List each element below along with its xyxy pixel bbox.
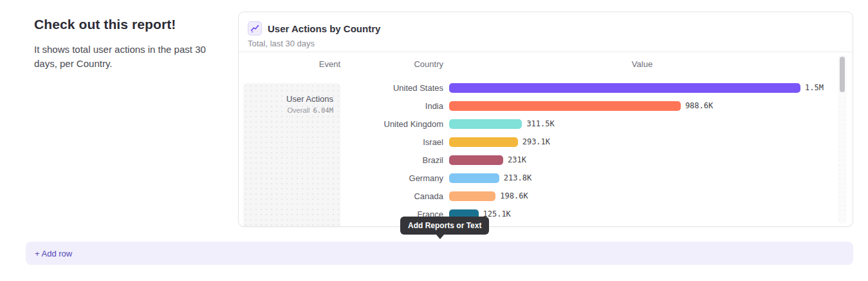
add-reports-tooltip: Add Reports or Text <box>400 217 489 235</box>
chart-row: France125.1K <box>239 205 838 223</box>
table-column-headers: Event Country Value <box>239 52 853 77</box>
report-card-body: Event Country Value User Actions Overall… <box>239 52 853 226</box>
add-row-label: + Add row <box>35 249 72 258</box>
chart-row: Germany213.8K <box>239 169 838 187</box>
report-card-header: User Actions by Country Total, last 30 d… <box>239 12 853 52</box>
page-heading: Check out this report! <box>34 17 227 32</box>
chart-rows: United States1.5MIndia988.6KUnited Kingd… <box>239 79 838 223</box>
value-label: 988.6K <box>685 101 713 110</box>
report-card[interactable]: User Actions by Country Total, last 30 d… <box>238 12 853 227</box>
tooltip-text: Add Reports or Text <box>408 221 481 230</box>
value-label: 198.6K <box>500 191 528 200</box>
vertical-scrollbar[interactable] <box>838 55 847 224</box>
report-subtitle: Total, last 30 days <box>248 39 844 48</box>
country-label: Germany <box>239 173 443 183</box>
country-label: India <box>239 101 443 111</box>
chart-row: India988.6K <box>239 97 838 115</box>
column-header-value: Value <box>449 59 835 69</box>
text-tile[interactable]: Check out this report! It shows total us… <box>34 17 227 71</box>
country-label: United States <box>239 83 443 93</box>
chart-row: Canada198.6K <box>239 187 838 205</box>
report-title: User Actions by Country <box>268 23 380 34</box>
column-header-country: Country <box>239 59 443 69</box>
chart-row: United States1.5M <box>239 79 838 97</box>
value-bar[interactable] <box>449 101 681 111</box>
chart-row: Brazil231K <box>239 151 838 169</box>
value-label: 293.1K <box>522 137 550 146</box>
value-bar[interactable] <box>449 173 499 183</box>
value-label: 1.5M <box>805 83 824 92</box>
add-row-button[interactable]: + Add row <box>26 242 853 265</box>
value-bar[interactable] <box>449 155 503 165</box>
chart-row: Israel293.1K <box>239 133 838 151</box>
scrollbar-thumb[interactable] <box>840 57 845 92</box>
value-bar[interactable] <box>449 191 495 201</box>
value-bar[interactable] <box>449 83 800 93</box>
value-label: 311.5K <box>526 119 554 128</box>
country-label: Brazil <box>239 155 443 165</box>
country-label: Canada <box>239 191 443 201</box>
line-chart-icon <box>248 21 262 35</box>
value-bar[interactable] <box>449 137 518 147</box>
country-label: United Kingdom <box>239 119 443 129</box>
value-label: 213.8K <box>504 173 531 182</box>
country-label: Israel <box>239 137 443 147</box>
value-label: 231K <box>508 155 526 164</box>
value-bar[interactable] <box>449 119 522 129</box>
page-description: It shows total user actions in the past … <box>34 43 227 71</box>
chart-row: United Kingdom311.5K <box>239 115 838 133</box>
